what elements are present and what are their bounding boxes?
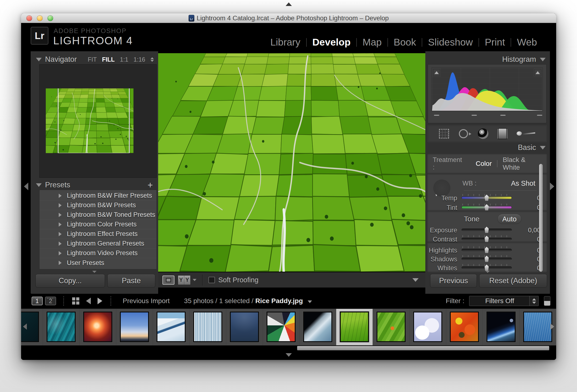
selected-filename[interactable]: Rice Paddy.jpg	[255, 297, 303, 305]
zoom-mode-1-1[interactable]: 1:1	[120, 56, 128, 63]
navigator-preview[interactable]	[39, 64, 157, 178]
slider-track-area[interactable]	[462, 227, 512, 234]
basic-header[interactable]: Basic	[425, 143, 550, 152]
show-top-panel-arrow[interactable]	[286, 2, 292, 6]
thumbnail-photo-ice-floe-crack[interactable]	[156, 312, 186, 342]
expand-triangle-icon[interactable]	[59, 213, 62, 217]
zoom-mode-fill[interactable]: FILL	[102, 56, 115, 63]
presets-header[interactable]: Presets +	[31, 180, 158, 190]
panel-resize-arrow[interactable]	[485, 271, 490, 273]
thumbnail-cell-rice-paddy[interactable]	[336, 309, 373, 345]
main-window-button[interactable]: 1	[32, 297, 43, 305]
histogram-header[interactable]: Histogram	[425, 55, 550, 64]
before-after-view-button[interactable]: YY	[178, 275, 191, 285]
red-eye-correction-icon[interactable]	[478, 128, 488, 139]
thumbnail-cell-dusk-sky[interactable]	[116, 309, 153, 345]
preset-folder-lightroom-color-presets[interactable]: Lightroom Color Presets	[39, 220, 156, 229]
expand-triangle-icon[interactable]	[59, 194, 62, 198]
thumbnail-cell-earth-from-space[interactable]	[299, 309, 336, 345]
shadow-clipping-button[interactable]	[433, 69, 440, 76]
histogram-chart[interactable]	[432, 68, 542, 111]
previous-button[interactable]: Previous	[430, 274, 477, 287]
thumbnail-cell-earth-horizon-moon[interactable]	[483, 309, 519, 345]
treatment-bw-option[interactable]: Black & White	[503, 156, 541, 171]
collapse-right-panel-arrow[interactable]	[550, 182, 554, 190]
preset-folder-lightroom-b-w-filter-presets[interactable]: Lightroom B&W Filter Presets	[39, 191, 156, 201]
thumbnail-photo-geometric-abstract[interactable]	[266, 312, 296, 342]
thumbnail-photo-frozen-forest[interactable]	[193, 312, 222, 342]
zoom-mode-fit[interactable]: FIT	[88, 56, 97, 63]
expand-triangle-icon[interactable]	[59, 203, 62, 208]
highlight-clipping-button[interactable]	[534, 69, 541, 76]
right-panel-scrollbar[interactable]	[539, 164, 543, 272]
add-preset-button[interactable]: +	[148, 180, 158, 190]
filmstrip-scrollbar[interactable]	[297, 346, 549, 350]
thumbnail-cell-ice-floe-crack[interactable]	[153, 309, 189, 345]
preset-folder-lightroom-general-presets[interactable]: Lightroom General Presets	[39, 239, 156, 249]
filmstrip-scroll-right-arrow[interactable]	[550, 323, 554, 330]
expand-triangle-icon[interactable]	[59, 232, 62, 236]
thumbnail-cell-red-canyon[interactable]	[79, 309, 116, 345]
expand-triangle-icon[interactable]	[59, 261, 62, 265]
navigator-header[interactable]: Navigator FITFILL1:11:16	[31, 55, 158, 64]
slider-track-area[interactable]	[462, 204, 512, 211]
view-mode-dropdown-arrow[interactable]	[193, 279, 196, 281]
thumbnail-cell-frozen-forest[interactable]	[189, 309, 226, 345]
zoom-ratio-spinner-icon[interactable]	[150, 57, 154, 62]
preset-folder-lightroom-effect-presets[interactable]: Lightroom Effect Presets	[39, 229, 156, 239]
spot-removal-icon[interactable]	[459, 129, 468, 138]
titlebar[interactable]: Lr Lightroom 4 Catalog.lrcat – Adobe Pho…	[21, 13, 556, 23]
thumbnail-photo-red-canyon[interactable]	[83, 312, 112, 342]
graduated-filter-icon[interactable]	[498, 128, 507, 139]
expand-triangle-icon[interactable]	[59, 242, 62, 246]
thumbnail-cell-autumn-abstract[interactable]	[446, 309, 483, 345]
thumbnail-photo-blue-water-texture[interactable]	[523, 312, 552, 342]
soft-proofing-checkbox[interactable]	[209, 277, 215, 283]
navigator-view-rectangle[interactable]	[58, 88, 130, 153]
slider-track-area[interactable]	[462, 195, 512, 202]
thumbnail-cell-soft-clouds[interactable]	[409, 309, 446, 345]
thumbnail-photo-dusk-sky[interactable]	[120, 312, 149, 342]
main-photo-rice-paddy[interactable]	[158, 53, 425, 272]
module-book[interactable]: Book	[388, 37, 422, 48]
disclosure-triangle-icon[interactable]	[540, 58, 546, 61]
next-photo-arrow[interactable]	[98, 298, 102, 304]
thumbnail-photo-earth-from-space[interactable]	[303, 312, 332, 342]
auto-tone-button[interactable]: Auto	[498, 214, 521, 224]
filmstrip-filter-toggle[interactable]	[544, 296, 550, 306]
thumbnail-photo-rice-paddy[interactable]	[340, 312, 369, 342]
thumbnail-cell-geometric-abstract[interactable]	[263, 309, 299, 345]
selection-status[interactable]: 35 photos / 1 selected / Rice Paddy.jpg	[184, 297, 312, 305]
disclosure-triangle-icon[interactable]	[36, 58, 42, 61]
preset-folder-lightroom-video-presets[interactable]: Lightroom Video Presets	[39, 249, 156, 258]
adjustment-brush-icon[interactable]	[517, 129, 535, 138]
preset-folder-user-presets[interactable]: User Presets	[39, 258, 156, 268]
thumbnail-photo-teal-ocean-ripples[interactable]	[46, 312, 76, 342]
thumbnail-cell-indigo-wave-pattern[interactable]	[226, 309, 263, 345]
filmstrip-scroll-left-arrow[interactable]	[23, 323, 27, 330]
filter-spinner-icon[interactable]	[529, 296, 539, 306]
module-print[interactable]: Print	[479, 37, 511, 48]
crop-overlay-icon[interactable]	[439, 129, 449, 139]
loupe-view-button[interactable]	[162, 276, 175, 285]
thumbnail-photo-frog-on-leaf[interactable]	[376, 312, 406, 342]
hide-filmstrip-arrow[interactable]	[286, 353, 292, 357]
thumbnail-cell-teal-ocean-ripples[interactable]	[43, 309, 79, 345]
thumbnail-photo-earth-horizon-moon[interactable]	[486, 312, 516, 342]
previous-photo-arrow[interactable]	[86, 298, 91, 304]
filter-dropdown[interactable]: Filters Off	[469, 296, 539, 306]
slider-track-area[interactable]	[462, 236, 512, 243]
preset-folder-lightroom-b-w-presets[interactable]: Lightroom B&W Presets	[39, 201, 156, 210]
thumbnail-cell-frog-on-leaf[interactable]	[373, 309, 409, 345]
toolbar-options-arrow[interactable]	[412, 278, 419, 282]
module-develop[interactable]: Develop	[307, 37, 357, 48]
grid-view-icon[interactable]	[72, 297, 79, 305]
slider-track-area[interactable]	[462, 256, 512, 263]
source-dropdown-arrow[interactable]	[308, 300, 312, 303]
thumbnail-photo-soft-clouds[interactable]	[413, 312, 442, 342]
disclosure-triangle-icon[interactable]	[36, 183, 42, 187]
module-map[interactable]: Map	[357, 37, 388, 48]
expand-triangle-icon[interactable]	[59, 251, 62, 255]
second-window-button[interactable]: 2	[45, 297, 56, 305]
disclosure-triangle-icon[interactable]	[540, 146, 546, 149]
